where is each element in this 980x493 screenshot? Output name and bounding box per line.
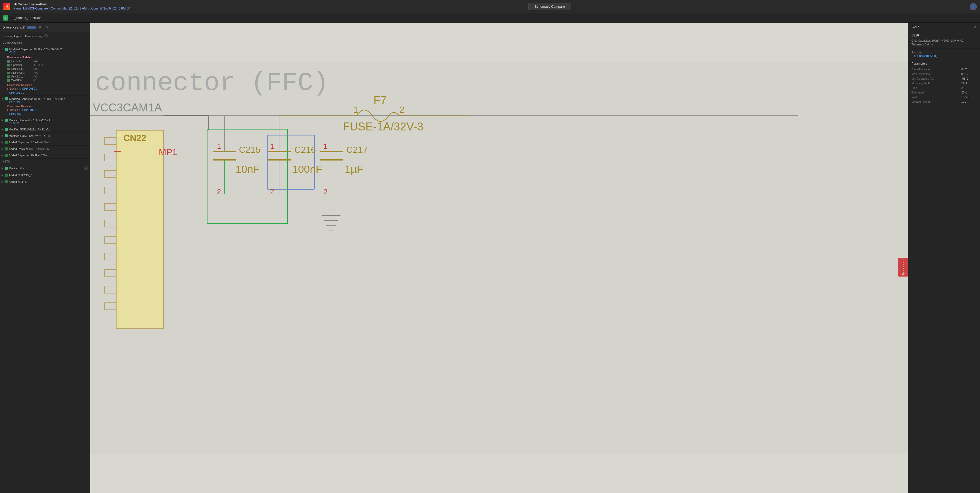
design-icon-c216: ▶: [7, 108, 9, 111]
app-name: MFGerberCompareBash: [13, 3, 130, 6]
comp-row-cn22[interactable]: ▶ Modified Capacitor 1µF +/-20% T... CN2…: [0, 117, 90, 126]
schematic-canvas[interactable]: connector (FFC) VCC3CAM1A: [90, 22, 908, 493]
comp-row-5051[interactable]: ▶ Modified 5051102291: CN22, C...: [0, 126, 90, 132]
net-icon-net-x: [5, 180, 8, 183]
expand-c215[interactable]: ▼: [2, 48, 4, 51]
param-row-1: Operating ... -55 to 85: [7, 63, 88, 67]
comp-replaced-c216: Component Replaced: [0, 105, 90, 108]
diff-title: Differences: [3, 26, 18, 29]
comp-row-added-cap-01[interactable]: ▶ Added Capacitor 0.1 uF +/- 5% 1...: [0, 139, 90, 145]
net-row-gnd[interactable]: ▶ Modified GND ⊞: [0, 165, 90, 172]
design-sub-c216: CMP-001-0...: [0, 112, 90, 116]
comp-row-added-cap-10[interactable]: ▶ Added Capacitor 10nF +/-20%...: [0, 152, 90, 158]
svg-text:1: 1: [323, 142, 327, 150]
expand-5051[interactable]: ▶: [2, 128, 3, 131]
comp-row-c215[interactable]: ▼ Modified Capacitor 10nF +/-20% 50V 040…: [0, 46, 90, 55]
comp-ref-c219[interactable]: C219: [17, 101, 23, 104]
design-sub-ref-c216[interactable]: CMP-001-0...: [9, 113, 24, 116]
param-row: Pins2: [912, 86, 977, 90]
param-color-2: [7, 68, 10, 70]
net-item-net-x: ▶ Added NET_X: [0, 179, 90, 185]
user-avatar[interactable]: 👤: [970, 3, 977, 10]
rp-component-desc: Chip Capacitor, 100nF +/-20%, 10V, 0402,…: [912, 39, 977, 47]
feedback-tab[interactable]: Feedback: [898, 258, 908, 276]
comp-name-added-res: Added Resistor 10k +/-1% 0805: [9, 147, 88, 151]
expand-added-cap-01[interactable]: ▶: [2, 141, 3, 144]
design-ref-c215[interactable]: CMP-001-0...: [22, 87, 38, 90]
comp-ref-c215[interactable]: C215: [9, 51, 88, 54]
svg-text:C216: C216: [294, 145, 316, 155]
svg-text:1: 1: [270, 142, 274, 150]
comp-text-c215: Modified Capacitor 10nF +/-20% 50V 0402:…: [9, 48, 88, 54]
comp-item-added-res: ▶ Added Resistor 10k +/-1% 0805: [0, 145, 90, 152]
comp-item-fuse: ▶ Modified FUSE-1A/32V-3: F7, F8...: [0, 132, 90, 139]
rp-footprint-value[interactable]: CAPC04021005I60_L: [912, 54, 977, 57]
components-section-header: COMPONENTS: [0, 40, 90, 46]
param-row-5: TestNEW_... 44: [7, 78, 88, 83]
main-area: Differences (11) BETA ⚙ ✕ Showing logica…: [0, 22, 980, 493]
filter-icon[interactable]: ⚙: [38, 25, 43, 30]
logical-diff-row: Showing logical differences only ?: [0, 32, 90, 40]
param-row: Max Operating ...85°C: [912, 72, 977, 76]
net-item-gnd: ▶ Modified GND ⊞: [0, 165, 90, 172]
right-panel: C216 ✕ C216 Chip Capacitor, 100nF +/-20%…: [908, 22, 980, 493]
rp-footprint-section: Footprint CAPC04021005I60_L: [908, 48, 980, 59]
right-panel-close-btn[interactable]: ✕: [974, 25, 977, 29]
schematic-compare-tab[interactable]: Schematic Compare: [528, 3, 571, 10]
net-row-c215-2[interactable]: ▶ Added NetC215_2: [0, 172, 90, 178]
breadcrumb-project[interactable]: Kame_MB-SCHCompare: [13, 7, 48, 10]
comp-name-c215: Modified Capacitor 10nF +/-20% 50V 0402:: [9, 48, 88, 51]
param-row: Case/Package0402: [912, 67, 977, 72]
design-sub-ref-c215[interactable]: CMP-001-0...: [9, 91, 24, 94]
comp-ref-c-more[interactable]: C...: [17, 122, 21, 125]
rp-footprint-label: Footprint: [912, 51, 977, 54]
rp-component-section: C216 Chip Capacitor, 100nF +/-20%, 10V, …: [908, 31, 980, 48]
param-row: Tolerance20%: [912, 90, 977, 95]
design-item-c216-1: ▶ Design It...CMP-001-0...: [0, 108, 90, 112]
comp-ref-cn22[interactable]: CN22,: [9, 122, 16, 125]
design-ref-c216[interactable]: CMP-001-0...: [22, 108, 38, 112]
nets-section-header: NETS: [0, 158, 90, 165]
net-gnd-extra-icon: ⊞: [84, 166, 88, 171]
close-diff-icon[interactable]: ✕: [45, 25, 50, 30]
param-row: Mounting Tech...SMT: [912, 81, 977, 86]
comp-row-c216[interactable]: ▼ Modified Capacitor 100nF +/-20% 10V 04…: [0, 96, 90, 105]
net-item-c215-2: ▶ Added NetC215_2: [0, 172, 90, 178]
svg-rect-4: [116, 131, 164, 329]
expand-c216[interactable]: ▼: [2, 97, 4, 100]
params-table: Case/Package0402Max Operating ...85°CMin…: [912, 67, 977, 104]
svg-text:CN22: CN22: [124, 133, 146, 143]
net-icon-gnd: [5, 167, 8, 170]
expand-gnd[interactable]: ▶: [2, 167, 3, 169]
commit-info-icon[interactable]: ⓘ: [127, 6, 130, 11]
svg-text:1: 1: [353, 105, 358, 115]
comp-text-fuse: Modified FUSE-1A/32V-3: F7, F8...: [9, 134, 88, 138]
param-color-4: [7, 75, 10, 78]
expand-fuse[interactable]: ▶: [2, 134, 3, 137]
net-row-net-x[interactable]: ▶ Added NET_X: [0, 179, 90, 185]
comp-replaced-c215: Component Replaced: [0, 83, 90, 86]
commit-to[interactable]: Commit Nov 9, 02:46 PM: [91, 7, 126, 10]
breadcrumb: Kame_MB-SCHCompare / Commit Mar 22, 02:4…: [13, 6, 130, 11]
svg-text:connector (FFC): connector (FFC): [95, 69, 329, 98]
param-value: 2: [961, 86, 977, 90]
svg-rect-0: [90, 62, 908, 454]
logical-diff-help-icon[interactable]: ?: [44, 34, 48, 38]
second-bar: S 32_camera_1.SchDoc: [0, 13, 980, 22]
rp-params-section: Parameters Case/Package0402Max Operating…: [908, 59, 980, 106]
param-value: 85°C: [961, 72, 977, 76]
doc-name[interactable]: 32_camera_1.SchDoc: [11, 16, 41, 20]
expand-cn22[interactable]: ▶: [2, 119, 3, 121]
commit-from[interactable]: Commit Mar 22, 02:43 AM: [51, 7, 86, 10]
comp-row-fuse[interactable]: ▶ Modified FUSE-1A/32V-3: F7, F8...: [0, 132, 90, 139]
design-name-c215: Design It...CMP-001-0...: [10, 87, 38, 90]
expand-net-x[interactable]: ▶: [2, 180, 3, 183]
expand-added-res[interactable]: ▶: [2, 147, 3, 150]
comp-ref-c216[interactable]: C216,: [9, 101, 16, 104]
expand-c215-2[interactable]: ▶: [2, 174, 3, 176]
expand-added-cap-10[interactable]: ▶: [2, 154, 3, 156]
comp-row-added-res[interactable]: ▶ Added Resistor 10k +/-1% 0805: [0, 145, 90, 152]
param-name: Min Operating T...: [912, 76, 961, 81]
comp-item-added-cap-10: ▶ Added Capacitor 10nF +/-20%...: [0, 152, 90, 158]
param-section-c215: Parameters Updated Capacitor ... N/A Ope…: [0, 55, 90, 83]
